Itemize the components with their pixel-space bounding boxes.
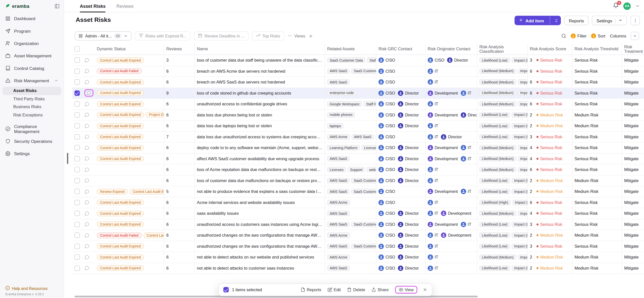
row-checkbox[interactable]: [75, 254, 80, 260]
sidebar-item-settings[interactable]: Settings: [0, 147, 64, 160]
sidebar-item-asset-management[interactable]: Asset Management: [0, 50, 64, 62]
table-row[interactable]: Control Last Audit Expired6unauthorized …: [72, 219, 644, 230]
row-checkbox[interactable]: [75, 266, 80, 271]
table-row[interactable]: Review ExpiredControl Last Audit Exp...5…: [72, 186, 644, 197]
table-row[interactable]: Control Last Audit ExpiredProject Ong...…: [72, 110, 644, 121]
comment-icon[interactable]: [84, 222, 89, 227]
comment-icon[interactable]: [84, 145, 89, 150]
columns-control[interactable]: Columns: [610, 34, 626, 38]
sidebar-item-risk-exceptions[interactable]: Risk Exceptions: [3, 111, 61, 119]
table-row[interactable]: Control Last Audit Expired6not able to d…: [72, 252, 644, 263]
comment-icon[interactable]: [84, 200, 89, 205]
column-header-risk-treatment[interactable]: Risk Treatment: [622, 43, 644, 54]
column-header-related-assets[interactable]: Related Assets: [325, 43, 377, 54]
tab-asset-risks[interactable]: Asset Risks: [80, 0, 106, 12]
row-checkbox[interactable]: [75, 79, 80, 85]
settings-button[interactable]: Settings: [592, 16, 627, 25]
table-row[interactable]: Control Last Audit Expired6deploy code t…: [72, 143, 644, 154]
edit-button[interactable]: Edit: [327, 287, 341, 292]
search-icon[interactable]: [561, 33, 566, 38]
risk-name[interactable]: unauthorized changes on the aws configur…: [195, 230, 325, 241]
row-checkbox[interactable]: [75, 134, 80, 139]
risk-name[interactable]: data loss due laptops being lost or stol…: [195, 121, 325, 131]
table-row[interactable]: Control Last Audit Expired7data loss due…: [72, 132, 644, 143]
comment-icon[interactable]: [84, 58, 89, 63]
table-row[interactable]: Control Last Audit Expired6affect AWS Sa…: [72, 153, 644, 164]
avatar[interactable]: AA: [623, 2, 631, 10]
comment-icon[interactable]: [84, 266, 89, 271]
columns-dropdown[interactable]: [631, 32, 639, 40]
comment-icon[interactable]: [84, 233, 89, 238]
reports-button[interactable]: Reports: [564, 16, 589, 25]
add-item-dropdown[interactable]: [552, 16, 561, 25]
reports-button[interactable]: Reports: [300, 287, 321, 292]
row-checkbox[interactable]: [75, 178, 80, 183]
risk-name[interactable]: saas availability issues: [195, 208, 325, 219]
sidebar-item-security-operations[interactable]: Security Operations: [0, 135, 64, 147]
column-header-risk-analysis-score[interactable]: Risk Analysis Score: [528, 43, 572, 54]
more-actions-button[interactable]: [630, 16, 640, 25]
table-row[interactable]: Control Last Audit Expired6unauthorized …: [72, 99, 644, 110]
table-row[interactable]: 6loss of customer data due malfunctions …: [72, 175, 644, 186]
sidebar-item-dashboard[interactable]: Dashboard: [0, 12, 64, 25]
row-checkbox[interactable]: [75, 233, 80, 238]
risk-name[interactable]: not able to detect attacks to customer s…: [195, 263, 325, 273]
comment-icon[interactable]: [84, 123, 89, 129]
comment-icon[interactable]: [84, 178, 89, 183]
table-row[interactable]: 6loss of Acme reputation data due malfun…: [72, 164, 644, 176]
row-checkbox[interactable]: [75, 101, 80, 107]
row-checkbox[interactable]: [75, 112, 80, 117]
comment-icon[interactable]: [84, 102, 89, 107]
risk-name[interactable]: breach on AWS SaaS due servers not harde…: [195, 77, 325, 87]
row-checkbox[interactable]: [75, 156, 80, 161]
comment-icon[interactable]: [84, 134, 89, 139]
table-row[interactable]: Control Last Audit Expired6not able to d…: [72, 263, 644, 274]
help-resources-link[interactable]: Help and Resources: [5, 286, 58, 291]
comment-icon[interactable]: [84, 167, 89, 172]
sidebar-item-control-catalog[interactable]: Control Catalog: [0, 62, 64, 74]
comment-icon[interactable]: [84, 189, 89, 194]
sidebar-item-program[interactable]: Program: [0, 25, 64, 37]
sidebar-item-risk-management[interactable]: Risk Management: [0, 74, 64, 87]
table-row[interactable]: Control Last Audit Failed6breach on AWS …: [72, 66, 644, 77]
comment-icon[interactable]: [86, 91, 91, 96]
sidebar-item-third-party-risks[interactable]: Third Party Risks: [3, 95, 61, 103]
saved-filter-review-deadline-in[interactable]: Review Deadline in ...: [194, 31, 249, 40]
select-all-checkbox[interactable]: [75, 46, 80, 52]
table-row[interactable]: Control Last Audit Expired6saas availabi…: [72, 208, 644, 219]
row-checkbox[interactable]: [75, 90, 80, 96]
row-checkbox[interactable]: [75, 211, 80, 216]
row-checkbox[interactable]: [75, 123, 80, 129]
risk-name[interactable]: loss of Acme reputation data due malfunc…: [195, 164, 325, 175]
row-checkbox[interactable]: [75, 222, 80, 227]
comment-icon[interactable]: [84, 80, 89, 85]
comment-icon[interactable]: [84, 211, 89, 216]
risk-name[interactable]: unauthorized access to customers saas in…: [195, 219, 325, 230]
risk-name[interactable]: affect AWS SaaS customer availability du…: [195, 153, 325, 164]
risk-name[interactable]: data loss due phones being lost or stole…: [195, 110, 325, 120]
risk-name[interactable]: data loss due unauthorized access to sys…: [195, 132, 325, 142]
table-row[interactable]: Control Last Audit FailedControl Last A.…: [72, 230, 644, 241]
vertical-scrollbar[interactable]: [67, 153, 68, 164]
add-item-button[interactable]: Add item: [515, 16, 561, 25]
table-row[interactable]: Control Last Audit Expired6unauthorized …: [72, 241, 644, 252]
risk-name[interactable]: unauthorized access to confidential goog…: [195, 99, 325, 109]
comment-icon[interactable]: [84, 69, 89, 74]
row-checkbox[interactable]: [75, 58, 80, 63]
sidebar-item-organization[interactable]: Organization: [0, 37, 64, 50]
share-button[interactable]: Share: [371, 287, 388, 292]
row-checkbox[interactable]: [75, 189, 80, 194]
saved-filter-risks-with-expired-r[interactable]: Risks with Expired R...: [135, 31, 191, 40]
comment-icon[interactable]: [84, 244, 89, 249]
risk-name[interactable]: Acme internal services and website avail…: [195, 197, 325, 208]
risk-name[interactable]: breach on AWS Acme due servers not harde…: [195, 66, 325, 76]
sidebar-item-compliance-management[interactable]: Compliance Management: [0, 123, 64, 135]
close-icon[interactable]: [423, 287, 427, 292]
column-header-risk-grc-contact[interactable]: Risk GRC Contact: [376, 43, 425, 54]
column-header-reviews[interactable]: Reviews: [164, 43, 195, 54]
delete-button[interactable]: Delete: [347, 287, 365, 292]
table-row[interactable]: Control Last Audit Expired9loss of code …: [72, 88, 644, 99]
filter-control[interactable]: 1 Filter: [571, 33, 587, 38]
sidebar-item-asset-risks[interactable]: Asset Risks: [3, 87, 61, 95]
comment-icon[interactable]: [84, 255, 89, 260]
